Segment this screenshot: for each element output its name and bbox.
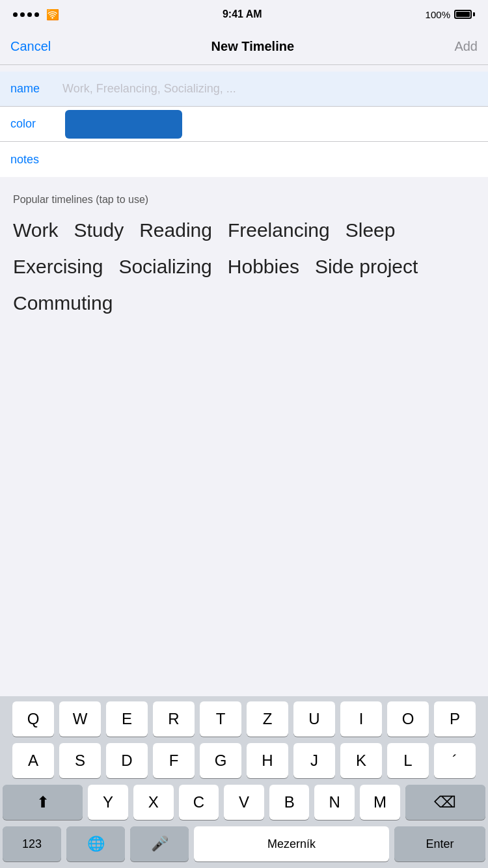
key-x[interactable]: X	[133, 785, 174, 820]
color-row: color	[0, 107, 488, 142]
key-c[interactable]: C	[179, 785, 219, 820]
key-n[interactable]: N	[314, 785, 355, 820]
globe-key[interactable]: 🌐	[66, 826, 125, 861]
tag-item[interactable]: Reading	[139, 215, 212, 246]
status-time: 9:41 AM	[223, 8, 262, 20]
key-r[interactable]: R	[153, 701, 195, 737]
shift-key[interactable]: ⬆	[3, 785, 83, 820]
key-u[interactable]: U	[293, 701, 335, 737]
page-title: New Timeline	[211, 39, 294, 54]
tag-item[interactable]: Side project	[315, 251, 418, 282]
key-g[interactable]: G	[200, 743, 241, 778]
popular-tags: WorkStudyReadingFreelancingSleepExercisi…	[13, 215, 475, 324]
key-l[interactable]: L	[387, 743, 429, 778]
form-section: name color notes	[0, 72, 488, 177]
battery-percent: 100%	[426, 9, 450, 20]
key-v[interactable]: V	[224, 785, 264, 820]
tag-item[interactable]: Freelancing	[228, 215, 330, 246]
keyboard-bottom-row: 123 🌐 🎤 Mezerník Enter	[0, 820, 488, 868]
color-swatch[interactable]	[65, 110, 182, 139]
key-p[interactable]: P	[434, 701, 476, 737]
key-w[interactable]: W	[59, 701, 101, 737]
tag-item[interactable]: Commuting	[13, 288, 113, 319]
tag-item[interactable]: Work	[13, 215, 58, 246]
key-s[interactable]: S	[59, 743, 101, 778]
key-k[interactable]: K	[340, 743, 382, 778]
key-d[interactable]: D	[106, 743, 148, 778]
name-input[interactable]	[62, 73, 478, 105]
keyboard: QWERTZUIOP ASDFGHJKL´ ⬆ YXCVBNM⌫ 123 🌐 🎤…	[0, 696, 488, 868]
key-y[interactable]: Y	[88, 785, 128, 820]
space-key[interactable]: Mezerník	[194, 826, 389, 861]
nav-bar: Cancel New Timeline Add	[0, 29, 488, 65]
mic-key[interactable]: 🎤	[130, 826, 189, 861]
battery-icon	[454, 10, 475, 19]
wifi-icon: 🛜	[46, 8, 59, 21]
key-h[interactable]: H	[247, 743, 288, 778]
notes-row[interactable]: notes	[0, 142, 488, 177]
key-j[interactable]: J	[293, 743, 335, 778]
notes-label: notes	[10, 153, 62, 167]
color-label: color	[10, 117, 62, 131]
key-q[interactable]: Q	[12, 701, 54, 737]
key-´[interactable]: ´	[434, 743, 476, 778]
battery-area: 100%	[426, 9, 475, 20]
tag-item[interactable]: Study	[74, 215, 124, 246]
popular-title: Popular timelines (tap to use)	[13, 194, 475, 206]
key-m[interactable]: M	[360, 785, 400, 820]
keyboard-rows: QWERTZUIOP ASDFGHJKL´ ⬆ YXCVBNM⌫	[0, 696, 488, 820]
nums-key[interactable]: 123	[3, 826, 61, 861]
signal-dots	[13, 12, 39, 17]
tag-item[interactable]: Exercising	[13, 251, 103, 282]
key-o[interactable]: O	[387, 701, 429, 737]
add-button[interactable]: Add	[454, 39, 478, 54]
keyboard-row-2: ASDFGHJKL´	[3, 743, 485, 778]
key-a[interactable]: A	[12, 743, 54, 778]
key-t[interactable]: T	[200, 701, 241, 737]
key-i[interactable]: I	[340, 701, 382, 737]
name-label: name	[10, 82, 62, 96]
signal-area: 🛜	[13, 8, 59, 21]
key-e[interactable]: E	[106, 701, 148, 737]
delete-key[interactable]: ⌫	[405, 785, 485, 820]
keyboard-row-3: ⬆ YXCVBNM⌫	[3, 785, 485, 820]
key-f[interactable]: F	[153, 743, 195, 778]
key-z[interactable]: Z	[247, 701, 288, 737]
popular-section: Popular timelines (tap to use) WorkStudy…	[0, 183, 488, 331]
tag-item[interactable]: Sleep	[346, 215, 396, 246]
name-row: name	[0, 72, 488, 107]
cancel-button[interactable]: Cancel	[10, 39, 51, 54]
enter-key[interactable]: Enter	[394, 826, 485, 861]
keyboard-row-1: QWERTZUIOP	[3, 701, 485, 737]
tag-item[interactable]: Socializing	[118, 251, 211, 282]
key-b[interactable]: B	[269, 785, 310, 820]
status-bar: 🛜 9:41 AM 100%	[0, 0, 488, 29]
tag-item[interactable]: Hobbies	[228, 251, 299, 282]
